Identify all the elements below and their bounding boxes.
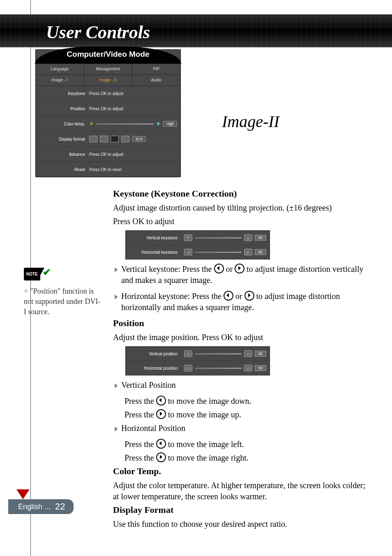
bullet-vertical-keystone: Vertical keystone: Press the or to adjus… bbox=[115, 264, 371, 288]
diamond-icon: ❖ bbox=[24, 288, 28, 294]
panel-row: Horizontal position ▭ ▭ 50 bbox=[126, 361, 270, 375]
osd-label: Reset bbox=[36, 167, 89, 172]
aspect-ratio-icon bbox=[111, 136, 119, 142]
osd-item-advance[interactable]: Advance Press OK to adjust bbox=[36, 147, 180, 162]
note-text: "Position" function is not supported und… bbox=[24, 287, 100, 316]
osd-label: Display format bbox=[36, 137, 89, 141]
panel-row: Vertical position ▭ ▭ 50 bbox=[126, 347, 270, 361]
osd-tab-image1[interactable]: Image - I bbox=[36, 75, 84, 86]
left-arrow-icon bbox=[214, 264, 224, 273]
aspect-ratio-icon bbox=[121, 136, 129, 142]
heading-position: Position bbox=[113, 318, 371, 329]
osd-item-position[interactable]: Position Press OK to adjust bbox=[36, 101, 180, 116]
panel-label: Horizontal keystone bbox=[126, 250, 181, 255]
bullet-icon bbox=[115, 267, 118, 272]
slider-icon bbox=[195, 353, 242, 354]
panel-row: Vertical keystone ▽ △ 50 bbox=[126, 231, 270, 245]
right-arrow-icon bbox=[235, 264, 244, 273]
left-arrow-icon bbox=[224, 291, 233, 301]
osd-tab-audio[interactable]: Audio bbox=[132, 75, 180, 86]
bullet-text: Horizontal Position bbox=[121, 423, 185, 434]
banner: User Controls bbox=[0, 14, 392, 47]
slider-icon bbox=[195, 252, 242, 253]
osd-tab-pip[interactable]: PIP bbox=[132, 64, 180, 74]
osd-tab-language[interactable]: Language bbox=[36, 64, 84, 74]
panel-row: Horizontal keystone ◁ ▷ 50 bbox=[126, 245, 270, 259]
bullet-text: Vertical Position bbox=[121, 380, 176, 391]
osd-tab-image2[interactable]: Image - II bbox=[84, 75, 132, 86]
move-right-icon: ▭ bbox=[244, 365, 252, 371]
osd-item-keystone[interactable]: Keystone Press OK to adjust bbox=[36, 86, 180, 101]
osd-value: Press OK to reset bbox=[89, 167, 180, 172]
trapezoid-left-icon: ◁ bbox=[184, 249, 192, 255]
position-panel: Vertical position ▭ ▭ 50 Horizontal posi… bbox=[125, 346, 270, 375]
osd-value: Press OK to adjust bbox=[89, 107, 180, 111]
right-arrow-icon bbox=[156, 452, 166, 462]
osd-item-reset[interactable]: Reset Press OK to reset bbox=[36, 162, 180, 177]
page-footer: English ... 22 bbox=[8, 499, 74, 514]
move-down-icon: ▭ bbox=[184, 350, 192, 357]
bullet-icon bbox=[115, 426, 118, 431]
panel-body: ◁ ▷ 50 bbox=[181, 249, 270, 255]
bullet-horizontal-keystone: Horizontal keystone: Press the or to adj… bbox=[115, 291, 371, 315]
panel-label: Vertical position bbox=[126, 352, 181, 356]
text: Press the to move the image up. bbox=[125, 409, 371, 420]
sun-cool-icon: ☀ bbox=[156, 121, 161, 127]
text: Adjust the image position. Press OK to a… bbox=[113, 332, 371, 343]
bullet-icon bbox=[115, 383, 118, 388]
panel-value: 50 bbox=[255, 249, 266, 255]
aspect-ratio-icon bbox=[100, 136, 108, 142]
osd-value: ☀ ☀ High bbox=[89, 121, 180, 127]
text: Press the to move the image right. bbox=[125, 452, 371, 463]
osd-label: Keystone bbox=[36, 91, 89, 96]
trapezoid-up-icon: △ bbox=[244, 234, 252, 241]
text: Use this function to choose your desired… bbox=[113, 519, 371, 530]
move-left-icon: ▭ bbox=[184, 365, 192, 371]
panel-value: 50 bbox=[255, 235, 266, 241]
osd-label: Color temp. bbox=[36, 122, 89, 126]
text: Press the to move the image left. bbox=[125, 439, 371, 450]
left-arrow-icon bbox=[156, 396, 166, 405]
page-number: 22 bbox=[53, 501, 65, 512]
keystone-panel: Vertical keystone ▽ △ 50 Horizontal keys… bbox=[125, 230, 270, 259]
aspect-ratio-icon bbox=[89, 136, 97, 142]
left-arrow-icon bbox=[156, 439, 166, 449]
bullet-text: Vertical keystone: Press the or to adjus… bbox=[121, 264, 371, 286]
slider-icon bbox=[195, 368, 242, 369]
move-up-icon: ▭ bbox=[244, 350, 252, 357]
bullet-text: Horizontal keystone: Press the or to adj… bbox=[121, 291, 371, 313]
continuation-triangle-icon bbox=[16, 489, 30, 499]
osd-value: Press OK to adjust bbox=[89, 152, 180, 157]
text: Adjust the color temperature. At higher … bbox=[113, 480, 371, 502]
osd-item-colortemp[interactable]: Color temp. ☀ ☀ High bbox=[36, 116, 180, 132]
note-tag-icon: NOTE bbox=[24, 268, 40, 280]
osd-label: Advance bbox=[36, 152, 89, 157]
trapezoid-right-icon: ▷ bbox=[244, 249, 252, 255]
text: Adjust image distortion caused by tiltin… bbox=[113, 202, 371, 213]
panel-label: Horizontal position bbox=[126, 366, 181, 371]
sun-warm-icon: ☀ bbox=[89, 121, 94, 127]
bullet-vertical-position: Vertical Position bbox=[115, 380, 371, 393]
footer-language: English ... bbox=[18, 503, 51, 511]
osd-tab-management[interactable]: Management bbox=[84, 64, 132, 74]
osd-chip-value: 16:9 bbox=[132, 136, 146, 142]
panel-value: 50 bbox=[255, 365, 266, 371]
slider-icon bbox=[96, 123, 154, 125]
note-box: NOTE ✔ ❖ "Position" function is not supp… bbox=[24, 267, 102, 317]
trapezoid-down-icon: ▽ bbox=[184, 234, 192, 241]
right-arrow-icon bbox=[156, 409, 166, 419]
panel-body: ▭ ▭ 50 bbox=[181, 350, 270, 357]
osd-chip-value: High bbox=[163, 121, 177, 127]
heading-displayformat: Display Format bbox=[113, 505, 371, 515]
page: User Controls Computer/Video Mode Langua… bbox=[0, 0, 392, 556]
content-column: Keystone (Keystone Correction) Adjust im… bbox=[113, 188, 371, 532]
panel-label: Vertical keystone bbox=[126, 236, 181, 240]
bullet-horizontal-position: Horizontal Position bbox=[115, 423, 371, 436]
panel-body: ▭ ▭ 50 bbox=[181, 365, 270, 371]
osd-mode-header: Computer/Video Mode bbox=[35, 46, 181, 64]
osd-tabs-row2: Image - I Image - II Audio bbox=[36, 75, 180, 86]
osd-item-displayformat[interactable]: Display format 16:9 bbox=[36, 132, 180, 147]
banner-grid-decor bbox=[0, 14, 392, 47]
slider-icon bbox=[195, 237, 242, 239]
right-arrow-icon bbox=[244, 291, 254, 301]
